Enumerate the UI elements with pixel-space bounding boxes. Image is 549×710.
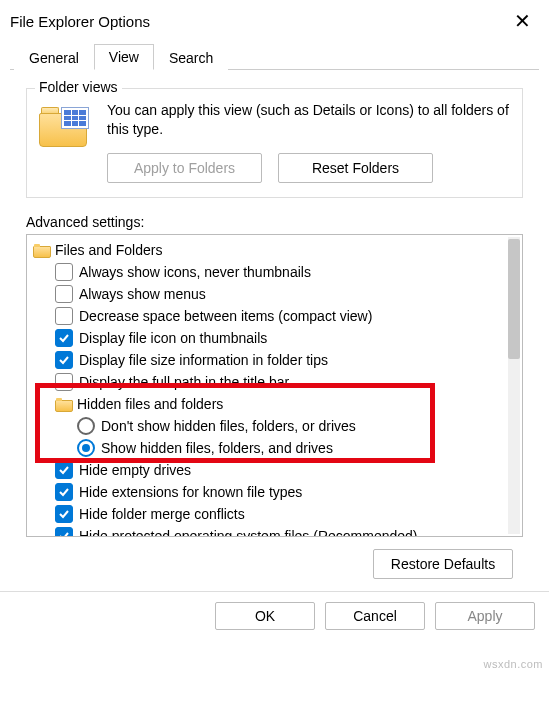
tree-item-label: Decrease space between items (compact vi… [79, 308, 372, 324]
tree-label: Files and Folders [55, 242, 162, 258]
checkbox-icon[interactable] [55, 329, 73, 347]
tree-item[interactable]: Hide protected operating system files (R… [33, 525, 520, 537]
checkbox-icon[interactable] [55, 527, 73, 537]
tree-item-label: Display file icon on thumbnails [79, 330, 267, 346]
scrollbar[interactable] [508, 237, 520, 534]
tree-item[interactable]: Always show menus [33, 283, 520, 305]
tree-item-label: Hide protected operating system files (R… [79, 528, 418, 537]
tree-item-label: Hide folder merge conflicts [79, 506, 245, 522]
tab-strip: General View Search [10, 42, 539, 70]
checkbox-icon[interactable] [55, 461, 73, 479]
restore-defaults-button[interactable]: Restore Defaults [373, 549, 513, 579]
tree-item-label: Hide empty drives [79, 462, 191, 478]
ok-button[interactable]: OK [215, 602, 315, 630]
window-title: File Explorer Options [10, 13, 150, 30]
folder-views-title: Folder views [35, 79, 122, 95]
dialog-buttons: OK Cancel Apply [0, 592, 549, 642]
radio-icon[interactable] [77, 417, 95, 435]
folder-views-desc: You can apply this view (such as Details… [107, 101, 510, 139]
tree-group-hidden-files[interactable]: Hidden files and folders [33, 393, 520, 415]
tree-item-label: Display the full path in the title bar [79, 374, 289, 390]
tree-item-label: Always show menus [79, 286, 206, 302]
tree-item[interactable]: Decrease space between items (compact vi… [33, 305, 520, 327]
close-icon[interactable]: ✕ [506, 11, 539, 31]
tree-label: Hidden files and folders [77, 396, 223, 412]
tab-general[interactable]: General [14, 45, 94, 70]
tree-item-label: Display file size information in folder … [79, 352, 328, 368]
tree-item-label: Show hidden files, folders, and drives [101, 440, 333, 456]
tab-content: Folder views You can apply this view (su… [0, 70, 549, 579]
advanced-settings-label: Advanced settings: [26, 214, 523, 230]
advanced-settings-tree: Files and Folders Always show icons, nev… [26, 234, 523, 537]
apply-to-folders-button[interactable]: Apply to Folders [107, 153, 262, 183]
tree-item[interactable]: Display the full path in the title bar [33, 371, 520, 393]
tree-item[interactable]: Hide folder merge conflicts [33, 503, 520, 525]
tree-item[interactable]: Always show icons, never thumbnails [33, 261, 520, 283]
tab-search[interactable]: Search [154, 45, 228, 70]
checkbox-icon[interactable] [55, 307, 73, 325]
checkbox-icon[interactable] [55, 351, 73, 369]
folder-icon [55, 398, 71, 410]
tree-group-files-and-folders[interactable]: Files and Folders [33, 239, 520, 261]
checkbox-icon[interactable] [55, 483, 73, 501]
tree-item[interactable]: Display file icon on thumbnails [33, 327, 520, 349]
checkbox-icon[interactable] [55, 285, 73, 303]
tab-view[interactable]: View [94, 44, 154, 70]
checkbox-icon[interactable] [55, 505, 73, 523]
folder-views-group: Folder views You can apply this view (su… [26, 88, 523, 198]
checkbox-icon[interactable] [55, 263, 73, 281]
tree-radio-option[interactable]: Show hidden files, folders, and drives [33, 437, 520, 459]
tree-item[interactable]: Hide empty drives [33, 459, 520, 481]
tree-item-label: Hide extensions for known file types [79, 484, 302, 500]
cancel-button[interactable]: Cancel [325, 602, 425, 630]
tree-item-label: Always show icons, never thumbnails [79, 264, 311, 280]
checkbox-icon[interactable] [55, 373, 73, 391]
tree-radio-option[interactable]: Don't show hidden files, folders, or dri… [33, 415, 520, 437]
tree-item-label: Don't show hidden files, folders, or dri… [101, 418, 356, 434]
scrollbar-thumb[interactable] [508, 239, 520, 359]
tree-item[interactable]: Hide extensions for known file types [33, 481, 520, 503]
radio-icon[interactable] [77, 439, 95, 457]
title-bar: File Explorer Options ✕ [0, 0, 549, 36]
tree-item[interactable]: Display file size information in folder … [33, 349, 520, 371]
reset-folders-button[interactable]: Reset Folders [278, 153, 433, 183]
apply-button[interactable]: Apply [435, 602, 535, 630]
folder-icon [33, 244, 49, 256]
folder-icon [39, 105, 93, 153]
